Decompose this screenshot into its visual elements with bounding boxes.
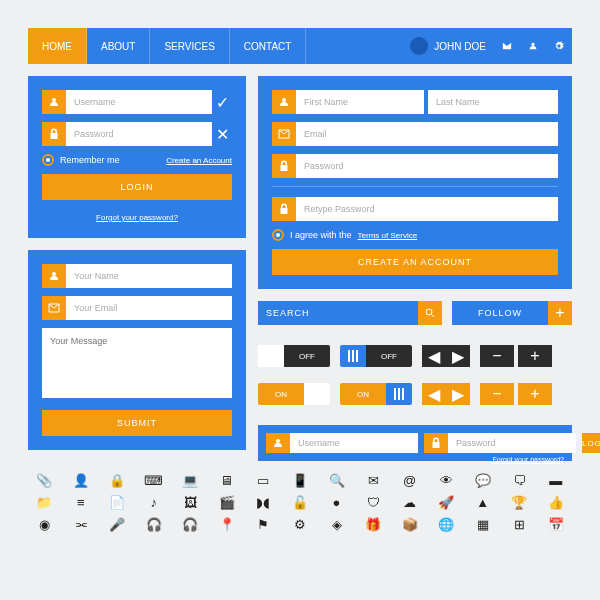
remember-radio[interactable] [42,154,54,166]
prev-button[interactable]: ◀ [422,383,446,405]
badge-icon: ● [320,493,353,511]
password-input[interactable] [296,154,558,178]
lock-icon [272,197,296,221]
map-icon: ▲ [466,493,499,511]
create-account-button[interactable]: CREATE AN ACCOUNT [272,249,558,275]
signup-panel: I agree with the Terms of Service CREATE… [258,76,572,289]
calendar-icon: 📅 [539,515,572,533]
cube-icon: ◈ [320,515,353,533]
plus-button[interactable]: + [518,383,552,405]
remember-label: Remember me [60,155,120,165]
paperclip-icon: 📎 [28,471,61,489]
agree-radio[interactable] [272,229,284,241]
search-button[interactable] [418,301,442,325]
search-box [258,301,442,325]
follow-button[interactable]: FOLLOW [452,301,548,325]
grid-icon: ▦ [466,515,499,533]
prev-button[interactable]: ◀ [422,345,446,367]
minus-button[interactable]: − [480,383,514,405]
rocket-icon: 🚀 [430,493,463,511]
lock2-icon: 🔓 [284,493,317,511]
inline-forgot-link[interactable]: Forgot your password? [492,456,564,463]
message-input[interactable] [42,328,232,398]
wifi-icon: ◉ [28,515,61,533]
lastname-input[interactable] [428,90,558,114]
toggle-off-2[interactable]: OFF [340,345,412,367]
nav-home[interactable]: HOME [28,28,87,64]
mail-icon[interactable] [494,41,520,51]
plus-button[interactable]: + [518,345,552,367]
inline-username[interactable] [290,433,418,453]
avatar-icon [410,37,428,55]
headset-icon: 🎧 [138,515,171,533]
user-icon [266,433,290,453]
email-input[interactable] [296,122,558,146]
tos-link[interactable]: Terms of Service [358,231,418,240]
minus-button[interactable]: − [480,345,514,367]
search-icon: 🔍 [320,471,353,489]
toggle-on-2[interactable]: ON [340,383,412,405]
email-input[interactable] [66,296,232,320]
toggle-off-1[interactable]: OFF [258,345,330,367]
submit-button[interactable]: SUBMIT [42,410,232,436]
nav-services[interactable]: SERVICES [150,28,229,64]
user-icon [42,90,66,114]
nav-user[interactable]: JOHN DOE [402,37,494,55]
gear-icon[interactable] [546,41,572,51]
laptop-icon: 💻 [174,471,207,489]
flag-icon: ⚑ [247,515,280,533]
inline-login: LOGIN Forgot your password? [258,425,572,461]
name-input[interactable] [66,264,232,288]
minus-plus-2: − + [480,383,552,405]
nav-contact[interactable]: CONTACT [230,28,307,64]
agree-label: I agree with the [290,230,352,240]
next-button[interactable]: ▶ [446,345,470,367]
at-icon: @ [393,471,426,489]
nav-about[interactable]: ABOUT [87,28,150,64]
thumbs-icon: 👍 [539,493,572,511]
firstname-input[interactable] [296,90,424,114]
follow-add-button[interactable]: + [548,301,572,325]
gift-icon: 🎁 [357,515,390,533]
password-input[interactable] [66,122,212,146]
minus-plus-1: − + [480,345,552,367]
user-icon [272,90,296,114]
search-input[interactable] [258,301,418,325]
inline-login-button[interactable]: LOGIN [582,433,600,453]
headphones-icon: 🎧 [174,515,207,533]
friends-icon[interactable] [520,41,546,51]
username-input[interactable] [66,90,212,114]
monitor-icon: 🖥 [211,471,244,489]
toggle-on-1[interactable]: ON [258,383,330,405]
create-account-link[interactable]: Create an Account [166,156,232,165]
share-icon: ⫘ [65,515,98,533]
user-icon: 👤 [65,471,98,489]
user-icon [42,264,66,288]
nav-arrows-2: ◀ ▶ [422,383,470,405]
forgot-link[interactable]: Forgot your password? [96,213,178,222]
check-icon: ✓ [212,90,232,114]
marker-icon: 📍 [211,515,244,533]
video-icon: 🎬 [211,493,244,511]
retype-password-input[interactable] [296,197,558,221]
mask-icon: ◗◖ [247,493,280,511]
keyboard-icon: ⌨ [138,471,171,489]
login-button[interactable]: LOGIN [42,174,232,200]
mail-icon [272,122,296,146]
lock-icon [272,154,296,178]
box-icon: 📦 [393,515,426,533]
lock-icon [42,122,66,146]
image-icon: 🖼 [174,493,207,511]
close-icon: ✕ [212,122,232,146]
chat-icon: 💬 [466,471,499,489]
gear-icon: ⚙ [284,515,317,533]
contact-panel: SUBMIT [28,250,246,450]
folder-icon: 📁 [28,493,61,511]
next-button[interactable]: ▶ [446,383,470,405]
mail-icon: ✉ [357,471,390,489]
trophy-icon: 🏆 [503,493,536,511]
file-icon: 📄 [101,493,134,511]
svg-point-0 [426,309,432,315]
lock-icon [424,433,448,453]
inline-password[interactable] [448,433,576,453]
